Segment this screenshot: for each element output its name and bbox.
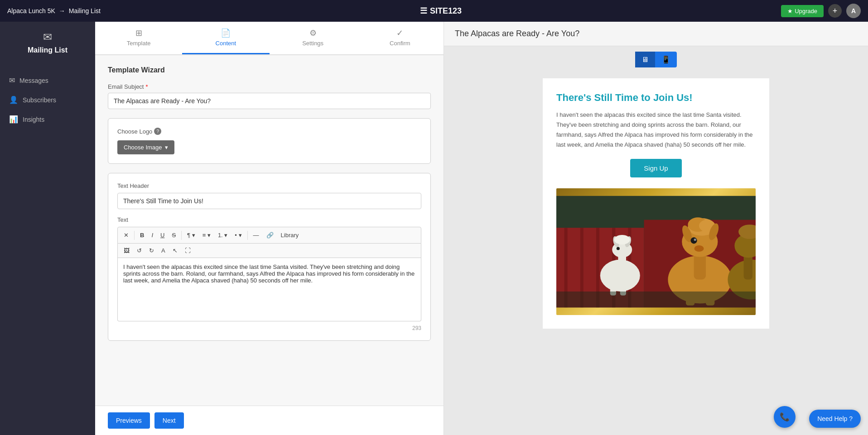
toolbar-sep-3 bbox=[247, 231, 248, 240]
topbar-right: ★ Upgrade + A bbox=[781, 4, 861, 18]
toolbar-bold-btn[interactable]: B bbox=[137, 230, 147, 240]
choose-image-button[interactable]: Choose Image ▾ bbox=[117, 140, 174, 154]
phone-button[interactable]: 📞 bbox=[774, 406, 796, 428]
toolbar-ordered-list-btn[interactable]: 1. ▾ bbox=[215, 230, 231, 240]
subscribers-icon: 👤 bbox=[9, 96, 18, 104]
required-star: * bbox=[145, 83, 148, 90]
breadcrumb-arrow: → bbox=[59, 7, 65, 14]
logo-text: SITE123 bbox=[430, 6, 462, 16]
email-cta: Sign Up bbox=[556, 159, 756, 177]
sidebar-item-insights[interactable]: 📊 Insights bbox=[0, 110, 95, 129]
logo-icon: ☰ bbox=[420, 6, 427, 16]
sidebar: ✉ Mailing List ✉ Messages 👤 Subscribers … bbox=[0, 22, 95, 435]
toolbar-link-btn[interactable]: 🔗 bbox=[263, 230, 277, 240]
toolbar-align-btn[interactable]: ≡ ▾ bbox=[199, 230, 214, 240]
tab-content[interactable]: 📄 Content bbox=[182, 22, 269, 54]
toolbar-hr-btn[interactable]: — bbox=[250, 230, 262, 240]
wizard-title: Template Wizard bbox=[108, 66, 431, 74]
tab-template[interactable]: ⊞ Template bbox=[95, 22, 182, 54]
sidebar-item-label-subscribers: Subscribers bbox=[23, 96, 56, 104]
toolbar-redo-btn[interactable]: ↻ bbox=[146, 245, 157, 256]
email-subject-input[interactable] bbox=[108, 93, 431, 109]
insights-icon: 📊 bbox=[9, 115, 18, 124]
email-preview-card: There's Still Time to Join Us! I haven't… bbox=[543, 78, 769, 329]
svg-point-28 bbox=[694, 239, 696, 241]
messages-icon: ✉ bbox=[9, 76, 15, 85]
content-icon: 📄 bbox=[221, 28, 231, 38]
sidebar-item-label-insights: Insights bbox=[23, 116, 44, 123]
upgrade-star: ★ bbox=[787, 8, 793, 14]
settings-icon: ⚙ bbox=[309, 28, 317, 38]
sidebar-item-messages[interactable]: ✉ Messages bbox=[0, 71, 95, 90]
upgrade-label: Upgrade bbox=[795, 8, 817, 14]
toolbar-cursor-btn[interactable]: ↖ bbox=[169, 245, 181, 256]
add-button[interactable]: + bbox=[828, 4, 842, 18]
need-help-label: Need Help ? bbox=[817, 415, 853, 422]
need-help-button[interactable]: Need Help ? bbox=[809, 410, 861, 428]
choose-image-label: Choose Image bbox=[124, 144, 162, 151]
toolbar-clear-btn[interactable]: ✕ bbox=[121, 230, 132, 240]
wizard-footer: Previews Next bbox=[95, 406, 444, 435]
logo-section: Choose Logo ? Choose Image ▾ bbox=[108, 118, 431, 164]
char-count: 293 bbox=[117, 325, 421, 331]
mobile-view-btn[interactable]: 📱 bbox=[655, 52, 677, 67]
previews-button[interactable]: Previews bbox=[108, 412, 150, 429]
next-button[interactable]: Next bbox=[154, 412, 184, 429]
main-layout: ✉ Mailing List ✉ Messages 👤 Subscribers … bbox=[0, 22, 868, 435]
email-subject-label: Email Subject * bbox=[108, 83, 431, 90]
email-cta-button[interactable]: Sign Up bbox=[630, 159, 681, 177]
email-subject-group: Email Subject * bbox=[108, 83, 431, 109]
toolbar-library-btn[interactable]: Library bbox=[278, 230, 302, 240]
choose-image-dropdown-icon: ▾ bbox=[165, 144, 168, 151]
sidebar-header: ✉ Mailing List bbox=[28, 31, 68, 54]
text-header-input[interactable] bbox=[117, 193, 421, 209]
site-logo: ☰ SITE123 bbox=[420, 6, 462, 16]
text-section: Text Header Text ✕ B I U S ¶ ▾ ≡ ▾ bbox=[108, 173, 431, 341]
toolbar-sep-1 bbox=[134, 231, 135, 240]
email-body-text: I haven't seen the alpacas this excited … bbox=[556, 110, 756, 150]
toolbar-undo-btn[interactable]: ↺ bbox=[134, 245, 145, 256]
content-area: ⊞ Template 📄 Content ⚙ Settings ✓ Confir… bbox=[95, 22, 868, 435]
toolbar-expand-btn[interactable]: ⛶ bbox=[182, 245, 194, 256]
svg-point-15 bbox=[614, 235, 630, 244]
view-toggle: 🖥 📱 bbox=[635, 52, 677, 67]
tab-settings[interactable]: ⚙ Settings bbox=[270, 22, 357, 54]
toolbar-format-btn[interactable]: A bbox=[158, 245, 169, 256]
desktop-view-btn[interactable]: 🖥 bbox=[635, 52, 655, 67]
svg-point-29 bbox=[694, 245, 704, 252]
email-image bbox=[556, 188, 756, 315]
tab-template-label: Template bbox=[127, 40, 151, 47]
tab-settings-label: Settings bbox=[302, 40, 323, 47]
confirm-icon: ✓ bbox=[396, 28, 403, 38]
toolbar-strikethrough-btn[interactable]: S bbox=[169, 230, 179, 240]
toolbar-italic-btn[interactable]: I bbox=[148, 230, 156, 240]
sidebar-nav: ✉ Messages 👤 Subscribers 📊 Insights bbox=[0, 71, 95, 129]
wizard-body: Template Wizard Email Subject * Choose L… bbox=[95, 55, 444, 406]
toolbar-image-btn[interactable]: 🖼 bbox=[121, 245, 133, 256]
toolbar-unordered-list-btn[interactable]: • ▾ bbox=[231, 230, 245, 240]
body-text-editor[interactable]: I haven't seen the alpacas this excited … bbox=[117, 258, 421, 321]
text-label: Text bbox=[117, 216, 421, 223]
mailing-list-icon: ✉ bbox=[28, 31, 68, 43]
alpaca-svg bbox=[556, 188, 756, 315]
template-icon: ⊞ bbox=[135, 28, 142, 38]
text-header-label: Text Header bbox=[117, 182, 421, 189]
editor-toolbar-row2: 🖼 ↺ ↻ A ↖ ⛶ bbox=[117, 244, 421, 258]
toolbar-paragraph-btn[interactable]: ¶ ▾ bbox=[184, 230, 198, 240]
svg-point-27 bbox=[691, 238, 697, 244]
toolbar-underline-btn[interactable]: U bbox=[157, 230, 168, 240]
tab-confirm[interactable]: ✓ Confirm bbox=[357, 22, 444, 54]
help-icon[interactable]: ? bbox=[154, 128, 161, 135]
tabs: ⊞ Template 📄 Content ⚙ Settings ✓ Confir… bbox=[95, 22, 444, 55]
preview-panel: The Alpacas are Ready - Are You? 🖥 📱 The… bbox=[444, 22, 868, 435]
sidebar-item-subscribers[interactable]: 👤 Subscribers bbox=[0, 90, 95, 110]
topbar: Alpaca Lunch 5K → Mailing List ☰ SITE123… bbox=[0, 0, 868, 22]
svg-point-16 bbox=[617, 247, 620, 250]
logo-section-title: Choose Logo ? bbox=[117, 128, 421, 135]
sidebar-item-label-messages: Messages bbox=[19, 77, 48, 84]
sidebar-title: Mailing List bbox=[28, 46, 68, 54]
tab-content-label: Content bbox=[216, 40, 236, 47]
avatar[interactable]: A bbox=[846, 4, 861, 18]
upgrade-button[interactable]: ★ Upgrade bbox=[781, 5, 824, 17]
breadcrumb-end: Mailing List bbox=[69, 7, 101, 14]
